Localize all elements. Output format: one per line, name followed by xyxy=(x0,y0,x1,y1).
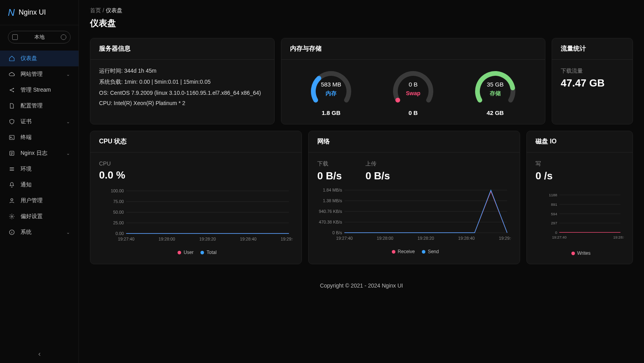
cpu-status-card: CPU 状态 CPU 0.0 % 100.0075.0050.0025.000.… xyxy=(90,131,302,264)
svg-text:297: 297 xyxy=(551,221,557,225)
sidebar-item-label: 通知 xyxy=(21,181,32,188)
svg-text:100.00: 100.00 xyxy=(111,188,124,193)
sidebar-item-label: Nginx 日志 xyxy=(21,150,47,157)
logo-icon: N xyxy=(8,7,15,18)
svg-text:470.38 KB/s: 470.38 KB/s xyxy=(319,220,342,224)
breadcrumb-home[interactable]: 首页 xyxy=(90,7,101,13)
disk-io-title: 磁盘 IO xyxy=(527,131,633,152)
gauge-label: 内存 xyxy=(326,90,337,96)
sidebar-item-bell[interactable]: 通知 xyxy=(0,177,79,193)
logo[interactable]: N Nginx UI xyxy=(0,0,79,25)
breadcrumb-current: 仪表盘 xyxy=(106,7,122,13)
svg-text:1188: 1188 xyxy=(549,193,557,197)
gauge-value: 583 MB xyxy=(321,81,341,88)
sidebar-item-terminal[interactable]: 终端 xyxy=(0,130,79,145)
gauge-内存: 583 MB 内存 1.8 GB xyxy=(307,68,355,116)
svg-text:19:28:00: 19:28:00 xyxy=(613,235,624,239)
svg-text:891: 891 xyxy=(551,202,557,207)
network-card: 网络 下载 0 B/s 上传 0 B/s 1.84 MB/s1.38 MB/ xyxy=(308,131,520,264)
svg-text:0.00: 0.00 xyxy=(116,231,124,236)
download-label: 下载 xyxy=(317,160,342,167)
write-value: 0 /s xyxy=(535,170,624,182)
cpu-label: CPU xyxy=(99,160,293,167)
cpu-value: 0.0 % xyxy=(99,169,293,181)
sidebar-item-user[interactable]: 用户管理 xyxy=(0,193,79,209)
svg-text:940.76 KB/s: 940.76 KB/s xyxy=(319,209,342,214)
svg-text:75.00: 75.00 xyxy=(113,199,124,204)
server-info-card: 服务器信息 运行时间: 344d 1h 45m 系统负载: 1min: 0.00… xyxy=(90,38,275,124)
svg-text:25.00: 25.00 xyxy=(113,220,124,225)
sidebar-item-gear[interactable]: 偏好设置 xyxy=(0,209,79,224)
write-label: 写 xyxy=(535,160,624,167)
svg-text:19:28:40: 19:28:40 xyxy=(458,236,475,241)
traffic-card: 流量统计 下载流量 47.47 GB xyxy=(552,38,633,124)
gear-icon xyxy=(9,213,15,220)
sidebar-item-cloud[interactable]: 网站管理⌄ xyxy=(0,66,79,82)
svg-text:19:28:00: 19:28:00 xyxy=(159,237,175,241)
sidebar-item-file[interactable]: 配置管理 xyxy=(0,98,79,114)
gauge-total: 0 B xyxy=(389,109,437,116)
sidebar: N Nginx UI 本地 仪表盘网站管理⌄管理 Stream配置管理证书⌄终端… xyxy=(0,0,79,363)
gauge-Swap: 0 B Swap 0 B xyxy=(389,68,437,116)
sidebar-item-home[interactable]: 仪表盘 xyxy=(0,51,79,66)
upload-label: 上传 xyxy=(365,160,390,167)
log-icon xyxy=(9,150,15,156)
bell-icon xyxy=(9,182,15,188)
chevron-down-icon: ⌄ xyxy=(66,72,70,77)
sidebar-item-label: 偏好设置 xyxy=(21,213,43,220)
sidebar-item-list[interactable]: 环境 xyxy=(0,161,79,177)
svg-text:19:28:20: 19:28:20 xyxy=(417,236,434,241)
sidebar-item-info[interactable]: 系统⌄ xyxy=(0,224,79,240)
svg-text:0: 0 xyxy=(555,230,557,235)
gauge-存储: 35 GB 存储 42 GB xyxy=(472,68,519,116)
svg-text:19:29:00: 19:29:00 xyxy=(499,236,511,241)
gauge-total: 42 GB xyxy=(472,109,519,116)
svg-text:19:27:40: 19:27:40 xyxy=(336,236,353,241)
svg-text:50.00: 50.00 xyxy=(113,210,124,214)
memory-title: 内存与存储 xyxy=(281,38,545,60)
server-info-title: 服务器信息 xyxy=(90,38,274,60)
svg-text:19:28:40: 19:28:40 xyxy=(240,237,256,241)
network-title: 网络 xyxy=(309,131,520,152)
user-icon xyxy=(9,197,15,204)
list-icon xyxy=(12,34,18,40)
sidebar-item-log[interactable]: Nginx 日志⌄ xyxy=(0,145,79,161)
cloud-icon xyxy=(9,71,15,77)
download-value: 0 B/s xyxy=(317,170,342,182)
cpu-chart: 100.0075.0050.0025.000.0019:27:4019:28:0… xyxy=(99,188,293,248)
env-selector[interactable]: 本地 xyxy=(8,31,71,43)
sidebar-item-share[interactable]: 管理 Stream xyxy=(0,82,79,98)
shield-icon xyxy=(9,118,15,125)
sidebar-item-label: 证书 xyxy=(21,118,32,125)
chevron-down-icon: ⌄ xyxy=(66,119,70,124)
cpu-legend: UserTotal xyxy=(99,250,293,255)
svg-point-1 xyxy=(13,88,14,89)
terminal-icon xyxy=(9,134,15,141)
gauge-value: 35 GB xyxy=(487,81,504,88)
env-label: 本地 xyxy=(21,34,58,41)
disk-legend: Writes xyxy=(535,250,624,256)
svg-point-6 xyxy=(11,216,13,217)
logo-text: Nginx UI xyxy=(19,8,46,17)
link-icon xyxy=(61,34,66,40)
cpu-status-title: CPU 状态 xyxy=(90,131,301,152)
file-icon xyxy=(9,103,15,109)
sidebar-item-shield[interactable]: 证书⌄ xyxy=(0,114,79,130)
sidebar-item-label: 网站管理 xyxy=(21,71,43,78)
sidebar-item-label: 仪表盘 xyxy=(21,55,37,62)
sidebar-item-label: 管理 Stream xyxy=(21,87,51,94)
svg-point-2 xyxy=(13,91,14,92)
footer-text: Copyright © 2021 - 2024 Nginx UI xyxy=(90,271,633,297)
collapse-sidebar-button[interactable] xyxy=(0,347,79,363)
svg-rect-3 xyxy=(9,135,14,140)
gauge-label: 存储 xyxy=(489,90,501,96)
cpu-text: CPU: Intel(R) Xeon(R) Platinum * 2 xyxy=(99,100,266,106)
sidebar-item-label: 配置管理 xyxy=(21,102,43,109)
svg-text:19:28:20: 19:28:20 xyxy=(199,237,216,241)
sidebar-item-label: 用户管理 xyxy=(21,197,43,204)
network-legend: ReceiveSend xyxy=(317,249,511,254)
os-text: OS: CentOS 7.9.2009 (linux 3.10.0-1160.9… xyxy=(99,90,266,96)
download-traffic-label: 下载流量 xyxy=(561,68,624,75)
gauge-label: Swap xyxy=(406,90,421,96)
chevron-down-icon: ⌄ xyxy=(66,230,70,235)
